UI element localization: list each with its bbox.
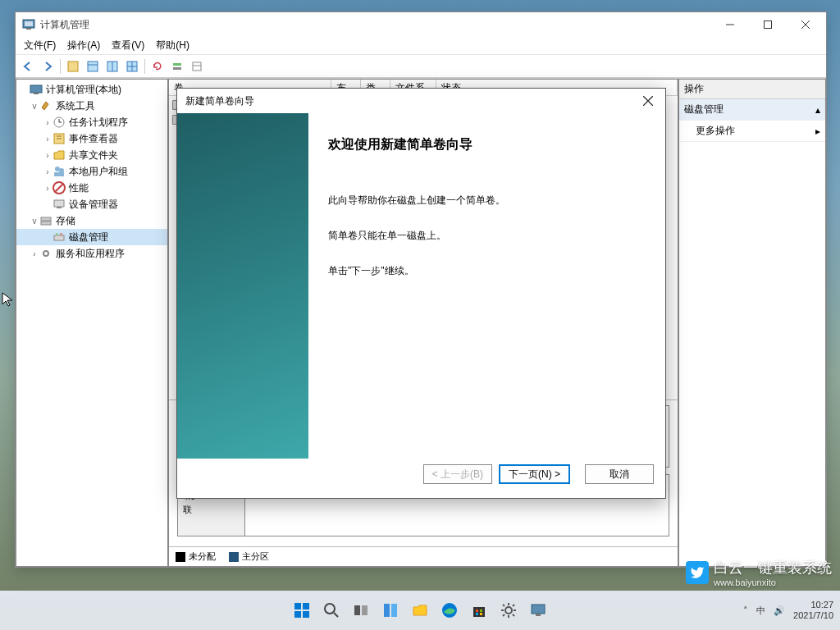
taskbar-apps	[290, 599, 550, 622]
tree-systools[interactable]: v系统工具	[16, 98, 167, 114]
svg-point-59	[505, 607, 512, 614]
watermark: 白云一键重装系统 www.baiyunxito	[686, 558, 832, 587]
watermark-logo-icon	[686, 561, 709, 584]
forward-button[interactable]	[39, 57, 57, 75]
svg-rect-37	[56, 233, 58, 235]
menu-view[interactable]: 查看(V)	[107, 37, 149, 54]
window-title: 计算机管理	[40, 18, 711, 32]
widgets-button[interactable]	[379, 599, 402, 622]
ime-icon[interactable]: 中	[756, 605, 765, 617]
svg-rect-51	[384, 604, 390, 617]
toolbar-btn-3[interactable]	[103, 57, 121, 75]
svg-rect-32	[54, 200, 64, 207]
svg-rect-17	[193, 62, 201, 71]
toolbar-btn-7[interactable]	[188, 57, 206, 75]
menubar: 文件(F) 操作(A) 查看(V) 帮助(H)	[16, 37, 826, 55]
minimize-button[interactable]	[711, 12, 749, 37]
svg-rect-54	[473, 607, 485, 617]
tree-services[interactable]: ›服务和应用程序	[16, 245, 167, 262]
svg-rect-20	[34, 93, 39, 94]
wizard-close-button[interactable]	[634, 90, 662, 112]
svg-rect-69	[536, 614, 541, 616]
toolbar-btn-1[interactable]	[64, 57, 82, 75]
actions-more[interactable]: 更多操作 ▸	[679, 121, 825, 142]
wizard-cancel-button[interactable]: 取消	[585, 464, 654, 484]
chevron-up-icon[interactable]: ˄	[743, 605, 748, 616]
menu-action[interactable]: 操作(A)	[62, 37, 105, 54]
toolbar-btn-6[interactable]	[168, 57, 186, 75]
taskbar[interactable]: ˄ 中 🔊 10:27 2021/7/10	[0, 591, 840, 630]
svg-line-66	[503, 614, 504, 616]
wizard-content: 欢迎使用新建简单卷向导 此向导帮助你在磁盘上创建一个简单卷。 简单卷只能在单一磁…	[308, 113, 665, 459]
svg-point-40	[44, 252, 48, 255]
svg-rect-35	[41, 221, 51, 225]
titlebar: 计算机管理	[16, 12, 826, 37]
svg-rect-8	[88, 62, 98, 71]
start-button[interactable]	[290, 599, 313, 622]
wizard-next-button[interactable]: 下一页(N) >	[499, 464, 570, 484]
svg-rect-38	[60, 233, 62, 235]
tree-performance[interactable]: ›性能	[16, 180, 167, 196]
tree-pane[interactable]: 计算机管理(本地) v系统工具 ›任务计划程序 ›事件查看器 ›共享文件夹 ›本…	[16, 79, 168, 567]
search-button[interactable]	[320, 599, 343, 622]
actions-header: 操作	[679, 80, 825, 99]
tray-icon[interactable]: 🔊	[774, 605, 785, 616]
svg-rect-29	[54, 172, 64, 176]
tree-root[interactable]: 计算机管理(本地)	[16, 81, 167, 98]
wizard-titlebar: 新建简单卷向导	[177, 89, 665, 113]
explorer-button[interactable]	[409, 599, 431, 622]
compmgmt-button[interactable]	[527, 599, 550, 622]
actions-diskmgmt[interactable]: 磁盘管理 ▴	[679, 99, 825, 121]
svg-line-31	[55, 184, 63, 192]
svg-rect-50	[362, 605, 368, 615]
toolbar	[16, 55, 826, 78]
taskview-button[interactable]	[349, 599, 372, 622]
store-button[interactable]	[468, 599, 491, 622]
svg-rect-49	[354, 605, 360, 615]
refresh-button[interactable]	[148, 57, 167, 75]
tree-sharedfolders[interactable]: ›共享文件夹	[16, 147, 167, 163]
toolbar-btn-2[interactable]	[84, 57, 102, 75]
svg-line-64	[503, 605, 504, 606]
svg-rect-56	[480, 609, 482, 612]
svg-rect-45	[294, 611, 301, 618]
svg-rect-4	[765, 21, 772, 29]
wizard-back-button: < 上一步(B)	[423, 464, 492, 484]
svg-rect-57	[476, 613, 478, 615]
tree-localusers[interactable]: ›本地用户和组	[16, 163, 167, 180]
tree-taskscheduler[interactable]: ›任务计划程序	[16, 114, 167, 130]
svg-rect-58	[480, 613, 482, 615]
legend: 未分配 主分区	[169, 546, 678, 566]
app-icon	[22, 18, 35, 31]
tree-storage[interactable]: v存储	[16, 212, 167, 229]
collapse-icon: ▴	[815, 104, 820, 116]
clock-date[interactable]: 2021/7/10	[793, 610, 833, 621]
svg-line-65	[513, 614, 514, 616]
settings-button[interactable]	[497, 599, 520, 622]
svg-point-47	[325, 604, 335, 614]
svg-rect-46	[303, 611, 309, 618]
svg-rect-7	[68, 62, 78, 71]
clock-time[interactable]: 10:27	[793, 600, 833, 610]
svg-rect-1	[25, 21, 33, 26]
tree-eventviewer[interactable]: ›事件查看器	[16, 130, 167, 147]
menu-file[interactable]: 文件(F)	[19, 37, 61, 54]
close-button[interactable]	[787, 12, 824, 37]
tree-diskmgmt[interactable]: 磁盘管理	[16, 229, 167, 245]
wizard-sidebar-graphic	[177, 113, 308, 459]
wizard-text-2: 简单卷只能在单一磁盘上。	[328, 228, 646, 244]
toolbar-btn-4[interactable]	[123, 57, 141, 75]
system-tray[interactable]: ˄ 中 🔊 10:27 2021/7/10	[743, 600, 833, 621]
cursor-icon	[2, 292, 15, 308]
maximize-button[interactable]	[749, 12, 787, 37]
wizard-title: 新建简单卷向导	[185, 94, 634, 108]
svg-rect-43	[294, 603, 301, 609]
edge-button[interactable]	[438, 599, 461, 622]
svg-rect-2	[26, 28, 31, 30]
back-button[interactable]	[19, 57, 37, 75]
menu-help[interactable]: 帮助(H)	[151, 37, 194, 54]
svg-rect-34	[41, 217, 51, 221]
wizard-buttons: < 上一步(B) 下一页(N) > 取消	[177, 459, 665, 498]
svg-rect-16	[173, 67, 181, 70]
tree-devicemgr[interactable]: 设备管理器	[16, 196, 167, 212]
